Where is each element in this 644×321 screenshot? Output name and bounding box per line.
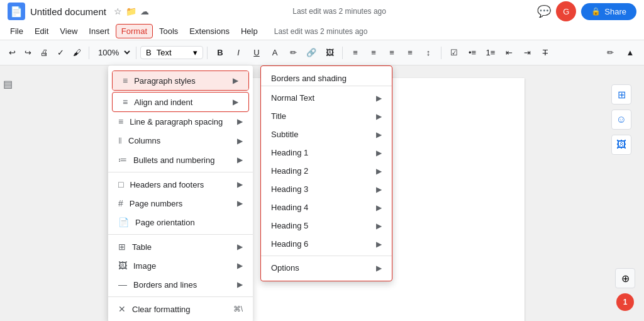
format-menu-clear[interactable]: ✕ Clear formatting ⌘\ <box>108 300 253 318</box>
paint-format-button[interactable]: 🖌 <box>69 45 85 60</box>
bullet-list-button[interactable]: •≡ <box>464 44 481 62</box>
zoom-selector[interactable]: 100% <box>93 46 132 59</box>
image-toolbar-button[interactable]: 🖼 <box>321 44 338 62</box>
italic-button[interactable]: I <box>230 44 247 62</box>
format-menu-table[interactable]: ⊞ Table ▶ <box>108 237 253 256</box>
clear-format-label: Clear formatting <box>132 305 190 314</box>
heading2-arrow: ▶ <box>376 167 382 176</box>
format-dropdown-menu: ≡ Paragraph styles ▶ ≡ Align and indent … <box>108 65 253 321</box>
menu-bar: File Edit View Insert Format Tools Exten… <box>0 23 644 40</box>
menu-help[interactable]: Help <box>236 25 263 38</box>
submenu-title[interactable]: Title ▶ <box>261 107 392 125</box>
submenu-heading2[interactable]: Heading 2 ▶ <box>261 162 392 180</box>
clear-format-toolbar[interactable]: T̶ <box>536 44 554 62</box>
print-button[interactable]: 🖨 <box>36 45 52 60</box>
heading6-label: Heading 6 <box>271 239 308 249</box>
format-menu-align-indent[interactable]: ≡ Align and indent ▶ <box>113 93 248 111</box>
spellcheck-button[interactable]: ✓ <box>53 45 68 60</box>
menu-tools[interactable]: Tools <box>154 25 183 38</box>
indent-dec-button[interactable]: ⇤ <box>500 44 518 62</box>
submenu-heading6[interactable]: Heading 6 ▶ <box>261 235 392 253</box>
top-bar-icons: ☆ 📁 ☁ <box>114 6 149 16</box>
doc-title[interactable]: Untitled document <box>30 6 106 17</box>
menu-file[interactable]: File <box>5 25 28 38</box>
add-tool-button[interactable]: ⊞ <box>611 84 631 104</box>
format-menu-headers[interactable]: □ Headers and footers ▶ <box>108 175 253 194</box>
headers-icon: □ <box>118 179 123 189</box>
format-buttons: B I U A ✏ 🔗 🖼 <box>211 44 338 62</box>
line-spacing-menu-icon: ≡ <box>118 116 123 127</box>
submenu-heading5[interactable]: Heading 5 ▶ <box>261 217 392 235</box>
format-menu-borders[interactable]: — Borders and lines ▶ <box>108 275 253 294</box>
share-button[interactable]: 🔒 Share <box>581 3 636 20</box>
line-spacing-label: Line & paragraph spacing <box>130 117 223 127</box>
bullets-arrow: ▶ <box>237 155 243 164</box>
numbered-list-button[interactable]: 1≡ <box>482 44 499 62</box>
title-arrow: ▶ <box>376 112 382 121</box>
comment-button[interactable]: 💬 <box>537 4 551 18</box>
submenu-normal-text[interactable]: Normal Text ▶ <box>261 89 392 107</box>
submenu-heading3[interactable]: Heading 3 ▶ <box>261 180 392 198</box>
menu-edit[interactable]: Edit <box>30 25 53 38</box>
format-menu-orientation[interactable]: 📄 Page orientation <box>108 213 253 232</box>
format-menu-paragraph-styles[interactable]: ≡ Paragraph styles ▶ <box>113 71 248 90</box>
format-menu-page-numbers[interactable]: # Page numbers ▶ <box>108 194 253 213</box>
indent-inc-button[interactable]: ⇥ <box>518 44 536 62</box>
link-button[interactable]: 🔗 <box>303 44 320 62</box>
collapse-toolbar-button[interactable]: ▲ <box>621 44 639 62</box>
highlight-button[interactable]: ✏ <box>284 44 302 62</box>
undo-button[interactable]: ↩ <box>5 45 19 60</box>
float-action-icon: ⊕ <box>621 273 630 284</box>
format-menu-line-spacing[interactable]: ≡ Line & paragraph spacing ▶ <box>108 112 253 131</box>
submenu-heading4[interactable]: Heading 4 ▶ <box>261 198 392 217</box>
heading6-arrow: ▶ <box>376 240 382 249</box>
menu-extensions[interactable]: Extensions <box>184 25 235 38</box>
side-tools: ⊞ ☺ 🖼 <box>611 84 631 155</box>
submenu-subtitle[interactable]: Subtitle ▶ <box>261 125 392 144</box>
clear-format-shortcut: ⌘\ <box>233 305 243 313</box>
align-indent-arrow: ▶ <box>233 98 238 106</box>
notification-badge[interactable]: 1 <box>616 293 634 311</box>
line-spacing-button[interactable]: ↕ <box>419 44 437 62</box>
menu-view[interactable]: View <box>55 25 82 38</box>
emoji-tool-button[interactable]: ☺ <box>611 110 631 130</box>
float-action-button[interactable]: ⊕ <box>615 268 635 288</box>
separator-4 <box>342 47 343 59</box>
headers-arrow: ▶ <box>237 180 243 189</box>
cloud-icon[interactable]: ☁ <box>140 6 149 16</box>
align-right-button[interactable]: ≡ <box>383 44 401 62</box>
submenu-options[interactable]: Options ▶ <box>261 259 392 277</box>
style-selector[interactable]: B Text ▾ <box>140 46 203 59</box>
menu-insert[interactable]: Insert <box>84 25 114 38</box>
paragraph-styles-submenu: Borders and shading Normal Text ▶ Title … <box>260 65 392 281</box>
folder-icon[interactable]: 📁 <box>126 6 136 16</box>
avatar[interactable]: G <box>556 1 576 21</box>
submenu-heading1[interactable]: Heading 1 ▶ <box>261 144 392 162</box>
format-menu-image[interactable]: 🖼 Image ▶ <box>108 256 253 275</box>
format-menu-columns[interactable]: ⦀ Columns ▶ <box>108 131 253 150</box>
borders-icon: — <box>118 279 127 290</box>
page-numbers-arrow: ▶ <box>237 199 243 208</box>
list-buttons: ☑ •≡ 1≡ ⇤ ⇥ T̶ <box>445 44 554 62</box>
align-center-button[interactable]: ≡ <box>365 44 382 62</box>
subtitle-arrow: ▶ <box>376 130 382 139</box>
bold-button[interactable]: B <box>211 44 229 62</box>
app-container: 📄 Untitled document ☆ 📁 ☁ Last edit was … <box>0 0 644 321</box>
underline-button[interactable]: U <box>248 44 265 62</box>
align-justify-button[interactable]: ≡ <box>401 44 419 62</box>
star-icon[interactable]: ☆ <box>114 6 122 16</box>
format-menu-bullets[interactable]: ≔ Bullets and numbering ▶ <box>108 150 253 169</box>
notification-count: 1 <box>623 298 628 307</box>
heading5-label: Heading 5 <box>271 221 308 230</box>
menu-format[interactable]: Format <box>116 24 153 38</box>
font-color-button[interactable]: A <box>266 44 284 62</box>
editing-mode-button[interactable]: ✏ <box>601 44 619 62</box>
orientation-icon: 📄 <box>118 217 129 227</box>
table-label: Table <box>132 242 152 252</box>
align-left-button[interactable]: ≡ <box>347 44 364 62</box>
separator-1 <box>89 47 89 59</box>
checklist-button[interactable]: ☑ <box>445 44 463 62</box>
image-menu-icon: 🖼 <box>118 261 127 271</box>
image-tool-button[interactable]: 🖼 <box>611 135 631 155</box>
redo-button[interactable]: ↪ <box>21 45 35 60</box>
